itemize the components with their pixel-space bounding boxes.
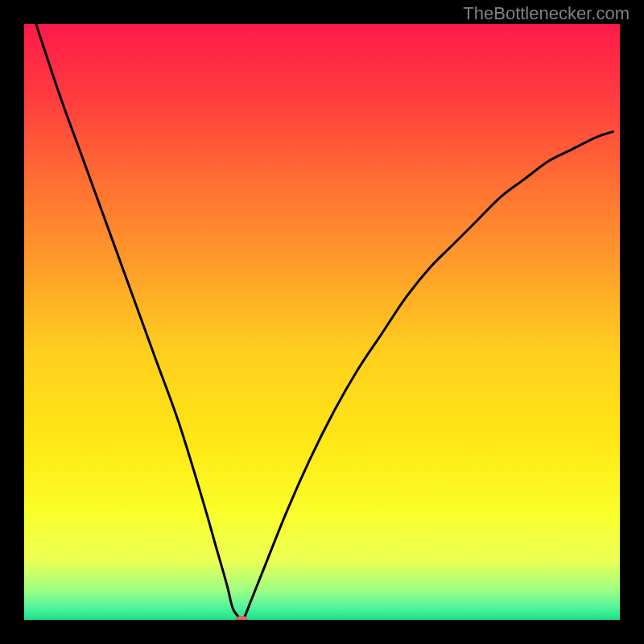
chart-plot-area — [24, 24, 620, 620]
gradient-background — [24, 24, 620, 620]
watermark-text: TheBottlenecker.com — [463, 3, 630, 24]
bottleneck-chart — [24, 24, 620, 620]
